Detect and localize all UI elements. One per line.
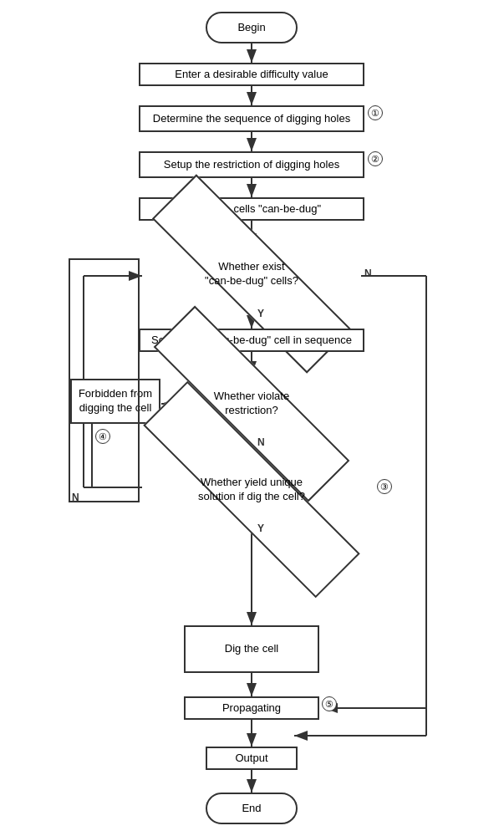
whether-yield-label: Whether yield uniquesolution if dig the … — [198, 476, 305, 504]
y-label-exist: Y — [257, 308, 264, 319]
end-shape: End — [206, 793, 298, 824]
output-label: Output — [235, 752, 267, 766]
begin-shape: Begin — [206, 12, 298, 43]
y-label-yield: Y — [257, 522, 264, 534]
enter-difficulty-label: Enter a desirable difficulty value — [175, 68, 328, 82]
circle-4: ④ — [95, 429, 110, 444]
whether-yield-shape: Whether yield uniquesolution if dig the … — [130, 458, 374, 521]
end-label: End — [242, 802, 261, 816]
circle-3: ③ — [377, 479, 392, 494]
n-label-exist: N — [364, 268, 372, 279]
determine-sequence-label: Determine the sequence of digging holes — [153, 112, 350, 126]
begin-label: Begin — [237, 21, 265, 35]
circle-1: ① — [368, 105, 383, 120]
determine-sequence-shape: Determine the sequence of digging holes — [139, 105, 364, 132]
setup-restriction-shape: Setup the restriction of digging holes — [139, 151, 364, 178]
n-label-violate: N — [257, 436, 265, 448]
flowchart-diagram: Begin Enter a desirable difficulty value… — [0, 0, 504, 836]
whether-violate-label: Whether violaterestriction? — [214, 390, 289, 418]
forbidden-label: Forbidden from digging the cell — [72, 387, 159, 415]
propagating-shape: Propagating — [184, 696, 319, 720]
circle-2: ② — [368, 151, 383, 166]
output-shape: Output — [206, 747, 298, 770]
dig-cell-label: Dig the cell — [225, 642, 278, 656]
forbidden-shape: Forbidden from digging the cell — [70, 379, 160, 424]
circle-5: ⑤ — [322, 696, 337, 711]
dig-cell-shape: Dig the cell — [184, 625, 319, 673]
enter-difficulty-shape: Enter a desirable difficulty value — [139, 63, 364, 86]
setup-restriction-label: Setup the restriction of digging holes — [164, 158, 339, 172]
propagating-label: Propagating — [222, 701, 281, 716]
whether-exist-label: Whether exist"can-be-dug" cells? — [205, 260, 298, 288]
whether-exist-shape: Whether exist"can-be-dug" cells? — [142, 242, 361, 305]
n-label-loop: N — [72, 492, 79, 503]
